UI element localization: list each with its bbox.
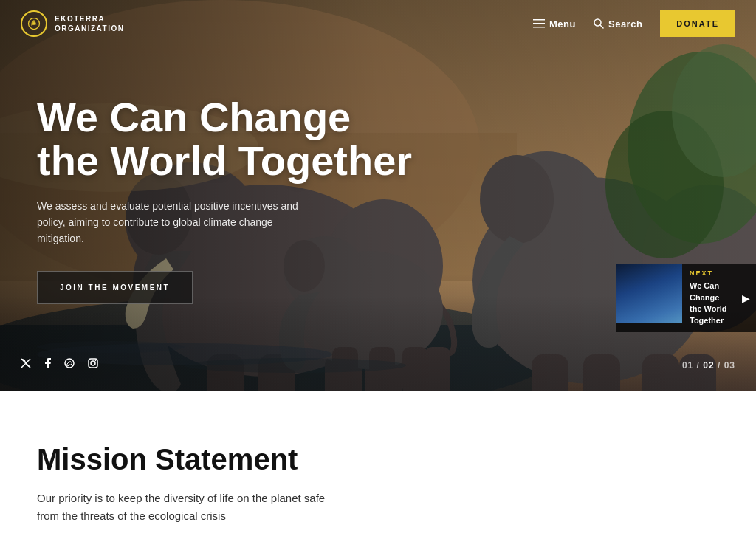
next-slide-thumbnail [616, 264, 682, 323]
hero-section: EKOTERRA ORGANIZATION Menu Search [0, 0, 756, 391]
social-bar [21, 358, 98, 371]
join-button[interactable]: JOIN THE MOVEMENT [37, 271, 193, 304]
svg-rect-39 [533, 19, 545, 21]
hero-title: We Can Change the World Together [37, 96, 412, 183]
logo-svg [27, 16, 41, 31]
hamburger-icon [533, 19, 545, 28]
twitter-icon[interactable] [21, 358, 31, 371]
slide-counter: 01 / 02 / 03 [682, 360, 735, 371]
svg-point-47 [95, 360, 97, 362]
svg-point-46 [91, 361, 95, 365]
search-icon [594, 18, 604, 29]
nav-right: Menu Search DONATE [533, 10, 735, 37]
next-slide-preview[interactable]: NEXT We Can Change the World Together ▶ [616, 264, 756, 332]
logo[interactable]: EKOTERRA ORGANIZATION [21, 10, 124, 37]
facebook-icon[interactable] [44, 358, 51, 371]
logo-text: EKOTERRA ORGANIZATION [55, 14, 124, 33]
svg-point-38 [32, 22, 35, 24]
navbar: EKOTERRA ORGANIZATION Menu Search [0, 0, 756, 47]
mission-text: Our priority is to keep the diversity of… [37, 489, 391, 525]
svg-line-43 [600, 25, 603, 28]
search-button[interactable]: Search [594, 18, 642, 30]
instagram-icon[interactable] [88, 358, 98, 371]
hero-content: We Can Change the World Together We asse… [37, 96, 412, 304]
next-label: NEXT [690, 269, 729, 277]
mission-title: Mission Statement [37, 443, 719, 476]
next-slide-title: We Can Change the World Together [690, 281, 729, 326]
svg-rect-45 [89, 359, 97, 368]
next-arrow: ▶ [736, 264, 756, 332]
svg-rect-40 [533, 23, 545, 24]
hero-subtitle: We assess and evaluate potential positiv… [37, 198, 317, 247]
donate-button[interactable]: DONATE [660, 10, 735, 37]
menu-button[interactable]: Menu [533, 18, 576, 30]
logo-icon [21, 10, 47, 37]
next-slide-info: NEXT We Can Change the World Together [682, 264, 736, 332]
svg-rect-41 [533, 27, 545, 28]
mission-section: Mission Statement Our priority is to kee… [0, 391, 756, 550]
whatsapp-icon[interactable] [64, 358, 75, 371]
svg-point-44 [65, 359, 74, 368]
